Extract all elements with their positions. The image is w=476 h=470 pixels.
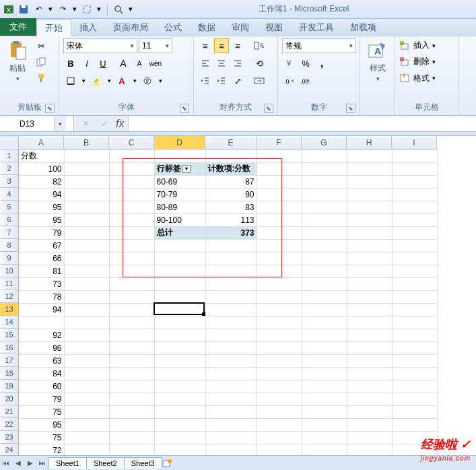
- cell[interactable]: [392, 213, 437, 226]
- cell[interactable]: [302, 418, 347, 431]
- col-header[interactable]: F: [257, 136, 302, 149]
- redo-dropdown-icon[interactable]: ▾: [71, 3, 78, 15]
- cell[interactable]: [109, 265, 154, 277]
- cell[interactable]: [302, 303, 347, 316]
- cell[interactable]: [347, 149, 392, 162]
- file-tab[interactable]: 文件: [0, 18, 36, 36]
- cell[interactable]: [205, 367, 257, 380]
- cell[interactable]: [205, 290, 257, 303]
- comma-icon[interactable]: ,: [314, 56, 329, 71]
- name-box[interactable]: ▾: [0, 116, 74, 131]
- row-header[interactable]: 3: [0, 175, 19, 188]
- cell[interactable]: [257, 380, 302, 393]
- cell[interactable]: [64, 354, 109, 367]
- grow-font-icon[interactable]: A: [116, 56, 131, 71]
- cell[interactable]: 81: [19, 265, 64, 277]
- cell[interactable]: [302, 226, 347, 239]
- cell[interactable]: 79: [19, 226, 64, 239]
- cell[interactable]: [257, 354, 302, 367]
- redo-icon[interactable]: ↷: [57, 3, 69, 15]
- spreadsheet-grid[interactable]: ABCDEFGHI 123456789101112131415161718192…: [0, 136, 476, 452]
- clipboard-dialog-icon[interactable]: ⬊: [45, 104, 55, 113]
- font-size-combo[interactable]: 11▾: [139, 38, 172, 53]
- row-header[interactable]: 16: [0, 341, 19, 354]
- tab-developer[interactable]: 开发工具: [291, 19, 342, 36]
- cell[interactable]: [302, 252, 347, 265]
- cell[interactable]: [347, 354, 392, 367]
- shrink-font-icon[interactable]: A: [132, 56, 147, 71]
- cell[interactable]: [64, 405, 109, 418]
- cell[interactable]: [302, 431, 347, 444]
- sheet-tab-3[interactable]: Sheet3: [124, 457, 162, 469]
- cell[interactable]: [205, 265, 257, 277]
- row-header[interactable]: 11: [0, 277, 19, 290]
- cell[interactable]: [154, 380, 205, 393]
- save-icon[interactable]: [18, 3, 30, 15]
- cell[interactable]: [347, 290, 392, 303]
- row-header[interactable]: 23: [0, 431, 19, 444]
- cell[interactable]: [64, 418, 109, 431]
- cell[interactable]: [205, 303, 257, 316]
- cell[interactable]: [154, 265, 205, 277]
- cell[interactable]: 75: [19, 405, 64, 418]
- row-header[interactable]: 2: [0, 162, 19, 175]
- wrap-text-icon[interactable]: [252, 38, 267, 53]
- cell[interactable]: 总计: [154, 226, 205, 239]
- cell[interactable]: [64, 201, 109, 213]
- cell[interactable]: [392, 367, 437, 380]
- cell[interactable]: [302, 162, 347, 175]
- rotate-text-icon[interactable]: ⤢: [230, 73, 245, 88]
- cell[interactable]: [109, 341, 154, 354]
- cell[interactable]: 行标签▾: [154, 162, 205, 175]
- cell[interactable]: [154, 252, 205, 265]
- cell[interactable]: [257, 341, 302, 354]
- cell[interactable]: 94: [19, 303, 64, 316]
- increase-decimal-icon[interactable]: .0: [282, 73, 297, 88]
- new-sheet-icon[interactable]: [162, 459, 176, 468]
- cell[interactable]: [302, 316, 347, 329]
- cell[interactable]: [109, 239, 154, 252]
- cell[interactable]: [392, 405, 437, 418]
- cell[interactable]: [392, 380, 437, 393]
- cell[interactable]: 66: [19, 252, 64, 265]
- cell[interactable]: [392, 277, 437, 290]
- cell[interactable]: [257, 162, 302, 175]
- cell[interactable]: [64, 329, 109, 341]
- sheet-nav-last-icon[interactable]: ⏭: [36, 457, 48, 469]
- cell[interactable]: [257, 213, 302, 226]
- cell[interactable]: [392, 303, 437, 316]
- number-format-combo[interactable]: 常规▾: [282, 38, 356, 53]
- cell[interactable]: [347, 431, 392, 444]
- cell[interactable]: [154, 303, 205, 316]
- cell[interactable]: [347, 367, 392, 380]
- cell[interactable]: [257, 329, 302, 341]
- cell[interactable]: [302, 175, 347, 188]
- cell[interactable]: [109, 252, 154, 265]
- cell[interactable]: 113: [205, 213, 257, 226]
- cell[interactable]: [205, 252, 257, 265]
- cell[interactable]: [392, 393, 437, 405]
- cell[interactable]: [392, 252, 437, 265]
- cell[interactable]: [109, 418, 154, 431]
- cell[interactable]: [257, 265, 302, 277]
- cell[interactable]: [205, 329, 257, 341]
- excel-icon[interactable]: X: [3, 3, 15, 15]
- cell[interactable]: [392, 418, 437, 431]
- row-header[interactable]: 21: [0, 405, 19, 418]
- cell[interactable]: [154, 341, 205, 354]
- cell[interactable]: 60: [19, 380, 64, 393]
- cell[interactable]: [64, 431, 109, 444]
- cell[interactable]: [154, 418, 205, 431]
- row-header[interactable]: 20: [0, 393, 19, 405]
- cell[interactable]: [392, 290, 437, 303]
- cell[interactable]: [302, 393, 347, 405]
- cell[interactable]: [205, 418, 257, 431]
- cell[interactable]: [109, 226, 154, 239]
- cell[interactable]: [347, 188, 392, 201]
- cell[interactable]: [257, 226, 302, 239]
- cell[interactable]: 90-100: [154, 213, 205, 226]
- fill-drop-icon[interactable]: ▾: [105, 73, 113, 88]
- row-header[interactable]: 10: [0, 265, 19, 277]
- cell[interactable]: [392, 226, 437, 239]
- cell[interactable]: [302, 290, 347, 303]
